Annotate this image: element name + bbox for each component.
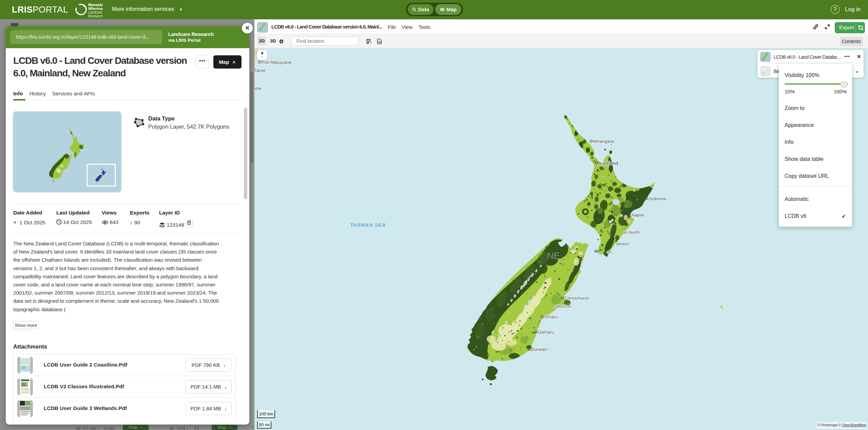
- svg-text:PDF: PDF: [378, 41, 382, 43]
- svg-text:Napier: Napier: [632, 212, 645, 218]
- svg-text:Gisborne: Gisborne: [649, 196, 667, 201]
- svg-text:Auckland: Auckland: [598, 161, 618, 166]
- svg-text:TASMAN SEA: TASMAN SEA: [350, 222, 386, 228]
- svg-text:NE: NE: [547, 251, 560, 261]
- svg-text:Taree: Taree: [254, 68, 266, 73]
- svg-text:on: on: [606, 249, 611, 255]
- svg-text:stle: stle: [254, 86, 261, 91]
- svg-text:Oamaru: Oamaru: [538, 330, 554, 335]
- svg-text:Whangārei: Whangārei: [593, 139, 614, 144]
- svg-text:shburton: shburton: [554, 304, 572, 309]
- svg-text:sterton: sterton: [616, 241, 629, 246]
- svg-text:Port Macquarie: Port Macquarie: [262, 60, 291, 65]
- svg-text:Timaru: Timaru: [544, 314, 558, 319]
- svg-text:Christchurch: Christchurch: [564, 296, 589, 301]
- svg-text:Dunedin: Dunedin: [531, 347, 547, 352]
- svg-text:on North: on North: [623, 230, 640, 235]
